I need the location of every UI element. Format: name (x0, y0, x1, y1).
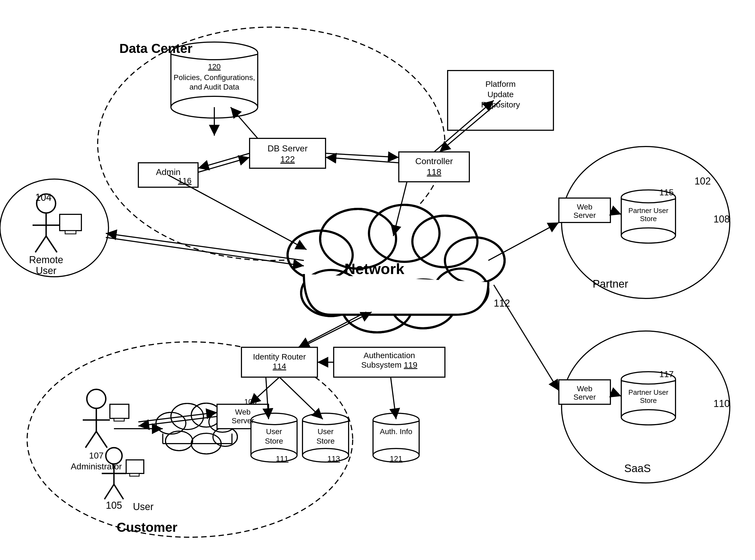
user-label: User (133, 501, 154, 512)
user-store-1-label1: User (266, 427, 282, 436)
partner-label: Partner (592, 278, 628, 290)
svg-line-87 (326, 153, 399, 157)
svg-line-92 (106, 237, 304, 266)
diagram-svg: Data Center Network Customer Partner Saa… (0, 0, 755, 560)
user-store-2-num: 113 (327, 455, 340, 463)
ref-112: 112 (494, 298, 510, 309)
ref-115: 115 (659, 187, 674, 197)
saas-web-server-label1: Web (577, 384, 592, 393)
svg-line-93 (299, 312, 366, 347)
policies-label2: and Audit Data (189, 83, 239, 91)
svg-line-112 (46, 236, 57, 252)
svg-rect-127 (126, 460, 144, 474)
svg-point-115 (87, 389, 106, 408)
svg-line-83 (198, 153, 250, 168)
db-server-num: 122 (280, 154, 294, 164)
policies-num: 120 (208, 62, 221, 71)
remote-user-label: Remote (29, 254, 63, 265)
svg-rect-113 (60, 214, 81, 231)
partner-user-store-label1: Partner User (628, 206, 669, 215)
admin-num: 116 (178, 176, 191, 185)
svg-rect-120 (110, 404, 129, 418)
saas-user-store-label1: Partner User (628, 388, 669, 396)
partner-user-store-label2: Store (640, 215, 657, 223)
auth-info-num: 121 (390, 455, 403, 463)
svg-line-89 (168, 175, 307, 249)
svg-point-75 (621, 228, 675, 243)
svg-line-118 (85, 432, 96, 448)
partner-web-server-label2: Server (573, 211, 596, 220)
remote-user-label2: User (36, 265, 57, 276)
db-server-label: DB Server (267, 143, 308, 153)
administrator-num: 107 (89, 451, 103, 460)
network-label: Network (345, 260, 405, 277)
platform-update-label2: Update (488, 90, 514, 99)
saas-label: SaaS (624, 462, 651, 474)
ref-110: 110 (714, 398, 730, 409)
platform-update-label3: Repository (481, 100, 520, 109)
diagram-container: Data Center Network Customer Partner Saa… (0, 0, 755, 560)
svg-rect-114 (65, 231, 76, 234)
svg-line-125 (104, 484, 114, 499)
svg-rect-128 (130, 474, 139, 476)
svg-rect-121 (114, 418, 124, 421)
svg-line-126 (114, 484, 123, 499)
user-num: 105 (106, 500, 122, 511)
ref-117: 117 (659, 369, 674, 379)
web-server-customer-label: Web (235, 408, 250, 416)
svg-line-99 (280, 377, 323, 419)
auth-subsystem-label2: Subsystem 119 (361, 360, 417, 369)
user-store-2-label2: Store (317, 437, 335, 445)
svg-line-111 (35, 236, 46, 252)
svg-line-105 (610, 210, 621, 214)
svg-line-106 (610, 392, 621, 396)
ref-108: 108 (714, 214, 730, 225)
svg-line-119 (96, 432, 107, 448)
partner-web-server-label1: Web (577, 203, 592, 211)
svg-point-59 (251, 448, 297, 462)
saas-user-store-label2: Store (640, 396, 657, 404)
admin-label: Admin (156, 167, 181, 177)
identity-router-num: 114 (273, 362, 286, 371)
web-server-customer-label2: Server (232, 417, 254, 425)
user-store-1-num: 111 (276, 455, 289, 463)
user-store-2-label1: User (318, 427, 333, 436)
ref-104: 104 (35, 192, 52, 203)
web-server-customer-num: 109 (244, 398, 257, 406)
ref-102: 102 (694, 176, 711, 187)
saas-web-server-label2: Server (573, 393, 596, 401)
administrator-label: Administrator (71, 461, 122, 471)
customer-label: Customer (117, 520, 178, 535)
identity-router-label: Identity Router (253, 352, 306, 361)
auth-subsystem-label: Authentication (364, 351, 415, 360)
controller-label: Controller (415, 156, 453, 166)
user-store-1-label2: Store (265, 437, 283, 445)
svg-line-91 (106, 233, 304, 260)
policies-label1: Policies, Configurations, (174, 73, 255, 82)
data-center-label: Data Center (119, 41, 192, 56)
platform-update-label1: Platform (485, 80, 516, 88)
controller-num: 118 (427, 167, 441, 177)
svg-line-84 (198, 157, 250, 172)
svg-point-64 (303, 448, 349, 462)
svg-line-88 (326, 157, 399, 163)
svg-point-81 (621, 410, 675, 425)
svg-line-95 (488, 222, 559, 260)
auth-info-label: Auth. Info (380, 427, 412, 436)
